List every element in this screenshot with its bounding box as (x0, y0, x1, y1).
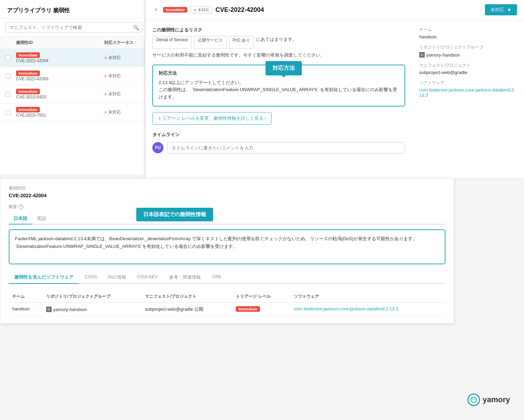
row-checkbox[interactable] (6, 92, 16, 97)
lang-tabs: 日本語 英語 (9, 213, 445, 224)
panel-title: アプリライブラリ 脆弱性 (0, 0, 145, 18)
th-repo: リポジトリ/プロジェクトグループ (43, 291, 141, 303)
row-checkbox[interactable] (6, 56, 16, 60)
triage-badge: Immediate (236, 306, 260, 312)
timeline-input-row: FU (152, 142, 405, 154)
tab-en[interactable]: 英語 (32, 213, 51, 224)
th-triage: トリアージ レベル (232, 291, 290, 303)
search-bar: 🔍 (0, 18, 145, 37)
help-icon: ? (19, 205, 23, 209)
bottom-panel: 脆弱性ID CVE-2022-42004 概要 ? 日本語 英語 FasterX… (0, 178, 454, 324)
search-icon: 🔍 (133, 25, 139, 30)
tab-cisa[interactable]: CISA KEV (132, 271, 163, 284)
status-label: 未対応 (108, 109, 121, 115)
status-dropdown-button[interactable]: 未対応 ▼ (485, 4, 517, 15)
td-team: handson (9, 303, 43, 316)
repo-icon-cell: ⊟ yamory-handson (46, 307, 87, 312)
search-input[interactable] (6, 22, 142, 32)
cve-id-text: CVE-2015-7501 (16, 113, 104, 118)
repo-value: ⊟ yamory-handson (419, 52, 517, 58)
immediate-badge-detail: Immediate (163, 7, 187, 13)
risk-tags: Denial of Service 公開サービス PoC あり にあてはまります… (152, 36, 405, 49)
status-label: 未対応 (108, 73, 121, 79)
repo-icon-box-cell: ⊟ (46, 307, 52, 312)
software-table-link[interactable]: com.fasterxml.jackson.core:jackson-datab… (294, 306, 398, 311)
yamory-icon-svg (470, 396, 477, 403)
close-button[interactable]: × (152, 6, 160, 14)
repo-icon: ⊟ yamory-handson (419, 52, 460, 58)
cve-title: CVE-2022-42004 (216, 6, 264, 14)
taiou-text-1: 2.13.4以上にアップデートしてください。 (159, 79, 399, 87)
immediate-badge: Immediate (16, 71, 40, 76)
yamory-logo: yamory (467, 393, 510, 406)
status-arrow-icon: ∧ (104, 110, 107, 115)
status-header: 対応ステータス (104, 40, 139, 46)
detail-body: この脆弱性によるリスク Denial of Service 公開サービス PoC… (145, 20, 524, 161)
triage-button[interactable]: トリアージ レベルを変更、脆弱性情報を詳しく見る › (152, 112, 271, 125)
th-manifest: マニフェスト/プロジェクト (141, 291, 232, 303)
tab-cvss[interactable]: CVSS (79, 271, 102, 284)
summary-box: FasterXML jackson-databind 2.13.4未満では、Be… (9, 229, 445, 264)
tab-refs[interactable]: 参考・関連情報 (163, 271, 206, 284)
table-row[interactable]: Immediate CVE-2015-6420 ∧ 未対応 (0, 85, 145, 103)
tab-software[interactable]: 脆弱性を含んだソフトウェア (9, 271, 79, 284)
yamory-logo-icon (467, 393, 480, 406)
software-label: ソフトウェア (419, 80, 517, 86)
avatar: FU (152, 142, 163, 153)
detail-right: チーム handson リポジトリ/プロジェクトグループ ⊟ yamory-ha… (419, 27, 517, 154)
vuln-id-label: 脆弱性ID (9, 185, 445, 191)
vuln-id-value: CVE-2022-42004 (9, 193, 445, 198)
status-arrow-icon: ∧ (104, 92, 107, 96)
cve-id-text: CVE-2022-42003 (16, 76, 104, 81)
td-triage: Immediate (232, 303, 290, 316)
status-arrow-icon: ∧ (104, 56, 107, 60)
immediate-badge: Immediate (16, 107, 40, 112)
risk-section-title: この脆弱性によるリスク (152, 27, 405, 33)
yamory-logo-text: yamory (483, 395, 510, 404)
td-manifest: subproject-web@gradle 公開 (141, 303, 232, 316)
timeline-section: タイムライン FU (152, 132, 405, 154)
status-arrow-icon: ∧ (104, 74, 107, 78)
table-row[interactable]: Immediate CVE-2015-7501 ∧ 未対応 (0, 103, 145, 121)
risk-tag: PoC あり (229, 36, 254, 49)
repo-label: リポジトリ/プロジェクトグループ (419, 44, 517, 50)
row-checkbox[interactable] (6, 74, 16, 79)
svg-point-0 (471, 397, 476, 403)
status-button-label: 未対応 (490, 7, 504, 13)
th-software: ソフトウェア (290, 291, 445, 303)
sw-table-row: handson ⊟ yamory-handson subproject-web@… (9, 303, 445, 316)
repo-icon-box: ⊟ (419, 52, 425, 58)
left-panel: アプリライブラリ 脆弱性 🔍 脆弱性ID 対応ステータス Immediate C… (0, 0, 145, 175)
svg-point-2 (474, 399, 475, 400)
immediate-badge: Immediate (16, 89, 40, 94)
status-cell: ∧ 未対応 (104, 73, 139, 79)
detail-header-left: × Immediate ∧ 未対応 CVE-2022-42004 (152, 6, 264, 14)
table-row[interactable]: Immediate CVE-2022-42004 ∧ 未対応 (0, 49, 145, 67)
manifest-value: subproject-web@gradle (419, 70, 517, 75)
timeline-input[interactable] (167, 142, 405, 154)
tab-cpe[interactable]: CPE (206, 271, 227, 284)
software-link[interactable]: com.fasterxml.jackson.core:jackson-datab… (419, 87, 515, 98)
vuln-id-header: 脆弱性ID (16, 40, 104, 46)
table-row[interactable]: Immediate CVE-2022-42003 ∧ 未対応 (0, 67, 145, 85)
summary-label-text: 概要 (9, 204, 17, 210)
status-cell: ∧ 未対応 (104, 91, 139, 97)
status-badge-detail: ∧ 未対応 (191, 6, 212, 14)
tab-poc[interactable]: PoC情報 (102, 271, 131, 284)
risk-description: サービスの利用不能に直結する脆弱性です。今すぐ影響の有無を調査してください。 (152, 52, 405, 59)
row-checkbox[interactable] (6, 110, 16, 115)
risk-tag: Denial of Service (152, 36, 192, 49)
status-text-detail: 未対応 (198, 7, 209, 13)
manifest-label: マニフェスト/プロジェクト (419, 62, 517, 68)
tab-ja[interactable]: 日本語 (9, 213, 32, 224)
detail-left: この脆弱性によるリスク Denial of Service 公開サービス PoC… (152, 27, 405, 154)
status-arrow-small: ∧ (194, 8, 196, 12)
taiou-text-2: この脆弱性は、 `DeserializationFeature.UNWRAP_S… (159, 86, 399, 101)
status-label: 未対応 (108, 91, 121, 97)
risk-desc-inline: にあてはまります。 (256, 36, 297, 43)
repo-name: yamory-handson (426, 52, 460, 58)
cve-id-text: CVE-2015-6420 (16, 95, 104, 100)
check-header (6, 40, 16, 46)
svg-point-1 (472, 399, 473, 400)
annotation-nihongo: 日本語表記での脆弱性情報 (136, 208, 213, 221)
